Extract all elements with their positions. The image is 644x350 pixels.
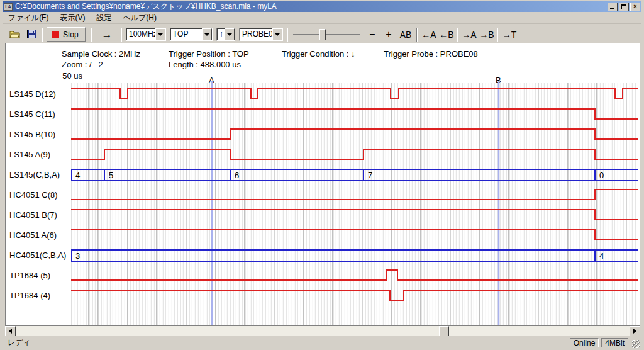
- sample-clock-value: 100MHz: [126, 28, 155, 40]
- digital-trace: [71, 149, 638, 159]
- time-scale-label: 50 us: [57, 71, 82, 81]
- signal-label[interactable]: HC4051(C,B,A): [9, 246, 70, 266]
- goto-a-back-button[interactable]: ←A: [420, 28, 438, 42]
- signal-label[interactable]: TP1684 (4): [9, 286, 70, 306]
- toolbar-separator: [42, 28, 43, 42]
- digital-trace: [71, 270, 638, 280]
- close-button[interactable]: ×: [630, 3, 640, 11]
- slider-track: [293, 34, 360, 35]
- zoom-in-button[interactable]: +: [381, 28, 396, 42]
- signal-label[interactable]: HC4051 C(8): [9, 185, 70, 205]
- bus-value: 4: [75, 171, 80, 180]
- waveform-view: Sample Clock : 2MHz Trigger Position : T…: [5, 43, 640, 325]
- status-bar: レディ Online 4MBit: [3, 337, 641, 348]
- toolbar-separator: [416, 28, 418, 42]
- menu-settings[interactable]: 設定: [91, 12, 117, 24]
- signal-label[interactable]: LS145(C,B,A): [9, 165, 70, 185]
- toolbar: Stop → 100MHz TOP ↑ PROBE00 − + AB ←A: [3, 25, 641, 43]
- bus-value: 0: [599, 171, 604, 180]
- memory-status-badge: 4MBit: [601, 338, 628, 347]
- goto-b-fwd-button[interactable]: →B: [478, 28, 496, 42]
- waveform-plot[interactable]: 4567034: [71, 83, 638, 325]
- zoom-slider[interactable]: [293, 30, 360, 42]
- online-status-badge: Online: [570, 338, 599, 347]
- signal-label[interactable]: LS145 B(10): [9, 125, 70, 145]
- maximize-button[interactable]: [619, 3, 629, 11]
- toolbar-separator: [457, 28, 458, 42]
- signal-label[interactable]: LS145 D(12): [9, 84, 70, 104]
- signal-label[interactable]: LS145 A(9): [9, 145, 70, 165]
- toolbar-separator: [497, 28, 498, 42]
- trigger-edge-combobox[interactable]: ↑: [216, 28, 235, 41]
- arrow-left-icon: [9, 329, 12, 334]
- trigger-position-info: Trigger Position : TOP: [169, 49, 249, 59]
- dropdown-button[interactable]: [155, 28, 165, 40]
- digital-trace: [71, 129, 638, 139]
- app-icon: LA: [4, 3, 13, 11]
- stop-button[interactable]: Stop: [47, 27, 86, 42]
- stop-label: Stop: [63, 30, 79, 39]
- waveform-canvas: 4567034: [71, 83, 638, 325]
- open-folder-icon: [9, 30, 21, 38]
- resize-grip[interactable]: [632, 340, 640, 348]
- bus-value: 4: [599, 251, 604, 261]
- dropdown-button[interactable]: [202, 28, 212, 40]
- goto-trigger-button[interactable]: →T: [501, 28, 518, 42]
- digital-trace: [71, 290, 638, 300]
- signal-label[interactable]: HC4051 B(7): [9, 205, 70, 225]
- zoom-out-button[interactable]: −: [365, 28, 380, 42]
- trigger-edge-value: ↑: [217, 28, 225, 40]
- signal-label[interactable]: TP1684 (5): [9, 266, 70, 286]
- goto-a-fwd-button[interactable]: →A: [460, 28, 478, 42]
- menu-file[interactable]: ファイル(F): [3, 12, 54, 24]
- toolbar-separator: [287, 28, 288, 42]
- toolbar-separator: [121, 28, 122, 42]
- scroll-right-button[interactable]: [630, 326, 640, 336]
- menu-bar: ファイル(F) 表示(V) 設定 ヘルプ(H): [3, 13, 641, 24]
- status-message: レディ: [3, 337, 570, 348]
- signal-label[interactable]: LS145 C(11): [9, 104, 70, 125]
- floppy-disk-icon: [27, 30, 36, 38]
- single-run-button[interactable]: →: [96, 28, 118, 42]
- horizontal-scrollbar[interactable]: [5, 325, 640, 336]
- trigger-position-value: TOP: [170, 28, 202, 40]
- length-info: Length : 488.000 us: [169, 60, 241, 69]
- ab-range-button[interactable]: AB: [397, 28, 414, 42]
- chevron-down-icon: [227, 33, 232, 36]
- dropdown-button[interactable]: [225, 28, 235, 40]
- zoom-info: Zoom : / 2: [62, 60, 103, 69]
- minimize-icon: [610, 8, 614, 9]
- sample-clock-info: Sample Clock : 2MHz: [62, 49, 140, 59]
- menu-help[interactable]: ヘルプ(H): [117, 12, 162, 24]
- bus-trace: [71, 169, 638, 181]
- save-button[interactable]: [25, 28, 38, 40]
- minimize-button[interactable]: [608, 3, 618, 11]
- menu-view[interactable]: 表示(V): [54, 12, 91, 24]
- dropdown-button[interactable]: [272, 28, 282, 40]
- sample-clock-combobox[interactable]: 100MHz: [126, 28, 166, 41]
- bus-value: 3: [75, 251, 80, 261]
- trigger-position-combobox[interactable]: TOP: [170, 28, 213, 41]
- slider-handle[interactable]: [319, 29, 326, 40]
- bus-trace: [71, 250, 638, 261]
- open-file-button[interactable]: [9, 28, 21, 40]
- app-window: LA C:¥Documents and Settings¥noname¥デスクト…: [0, 0, 644, 350]
- bus-value: 7: [368, 171, 372, 180]
- signal-label[interactable]: HC4051 A(6): [9, 225, 70, 246]
- digital-trace: [71, 189, 638, 200]
- bus-value: 6: [235, 171, 239, 180]
- goto-b-back-button[interactable]: ←B: [438, 28, 455, 42]
- window-title: C:¥Documents and Settings¥noname¥デスクトップ¥…: [15, 1, 608, 12]
- trigger-probe-combobox[interactable]: PROBE00: [239, 28, 283, 41]
- trigger-probe-value: PROBE00: [240, 28, 272, 40]
- title-bar: LA C:¥Documents and Settings¥noname¥デスクト…: [3, 1, 641, 12]
- scrollbar-thumb[interactable]: [439, 326, 449, 336]
- chevron-down-icon: [158, 33, 163, 36]
- chevron-down-icon: [204, 33, 209, 36]
- scroll-left-button[interactable]: [5, 326, 16, 336]
- digital-trace: [71, 89, 638, 99]
- digital-trace: [71, 230, 638, 240]
- bus-value: 5: [109, 171, 113, 180]
- arrow-right-icon: [633, 329, 636, 334]
- trigger-probe-info: Trigger Probe : PROBE08: [384, 49, 478, 59]
